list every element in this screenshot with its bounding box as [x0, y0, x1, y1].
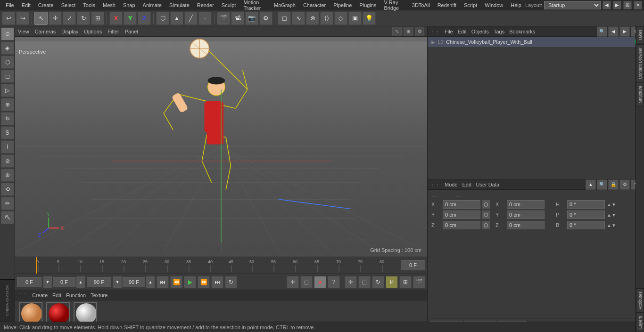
- field-button[interactable]: ◇: [334, 12, 347, 25]
- object-row-1[interactable]: ▶ L0 Chinese_Volleyball_Player_With_Ball: [428, 37, 644, 47]
- obj-menu-bookmarks[interactable]: Bookmarks: [509, 29, 535, 34]
- attr-h-deg-spin[interactable]: ▲▼: [607, 202, 616, 207]
- left-btn-11[interactable]: ⊛: [1, 169, 14, 182]
- timeline-icon-2[interactable]: ◻: [358, 276, 371, 288]
- camera-button[interactable]: ▣: [348, 12, 362, 25]
- mat-menu-edit[interactable]: Edit: [52, 292, 61, 298]
- left-btn-2[interactable]: ◈: [1, 41, 14, 55]
- edge-mode-button[interactable]: ╱: [184, 12, 198, 25]
- timeline-icon-3[interactable]: ↻: [372, 276, 384, 288]
- attr-menu-mode[interactable]: Mode: [445, 182, 458, 187]
- nav-icon-2[interactable]: ▶: [613, 1, 621, 9]
- tab-content-browser[interactable]: Content Browser: [636, 44, 644, 82]
- go-start-button[interactable]: ⏮: [157, 276, 169, 288]
- spline-button[interactable]: ∿: [292, 12, 305, 25]
- go-end-button[interactable]: ⏭: [211, 276, 223, 288]
- ir-button[interactable]: ⚙: [259, 12, 272, 25]
- axis-z-button[interactable]: Z: [138, 12, 151, 25]
- timeline-ruler-area[interactable]: 0 5 10 15 20 25: [15, 257, 427, 274]
- left-btn-10[interactable]: ⊘: [1, 154, 14, 168]
- viewport-icon-settings[interactable]: ⚙: [415, 27, 424, 36]
- step-up-btn[interactable]: ▲: [76, 276, 85, 288]
- play-button[interactable]: ▶: [184, 276, 196, 288]
- menu-3dtoall[interactable]: 3DToAll: [408, 0, 434, 10]
- menu-help[interactable]: Help: [507, 0, 525, 10]
- loop-button[interactable]: ↻: [225, 276, 237, 288]
- viewport-menu-options[interactable]: Options: [84, 29, 102, 34]
- left-btn-1[interactable]: ⊙: [1, 27, 14, 40]
- menu-pipeline[interactable]: Pipeline: [330, 0, 355, 10]
- tab-takes[interactable]: Takes: [636, 26, 644, 44]
- axis-y-button[interactable]: Y: [124, 12, 137, 25]
- attr-icon-4[interactable]: ⚙: [619, 179, 630, 190]
- scale-tool-button[interactable]: ⤢: [63, 12, 76, 25]
- menu-file[interactable]: File: [2, 0, 18, 10]
- cube-button[interactable]: ◻: [278, 12, 291, 25]
- menu-plugins[interactable]: Plugins: [355, 0, 380, 10]
- attr-z-spin[interactable]: ⬡: [482, 221, 490, 229]
- keyframe-add-button[interactable]: ✛: [287, 276, 299, 288]
- attr-p-deg-spin[interactable]: ▲▼: [607, 212, 616, 218]
- attr-icon-1[interactable]: ▲: [586, 179, 596, 190]
- undo-button[interactable]: ↩: [2, 12, 15, 25]
- polygon-mode-button[interactable]: ▲: [170, 12, 183, 25]
- left-btn-14[interactable]: ⛏: [1, 211, 14, 224]
- tab-structure[interactable]: Structure: [636, 82, 644, 106]
- menu-character[interactable]: Character: [299, 0, 330, 10]
- viewport-menu-filter[interactable]: Filter: [107, 29, 119, 34]
- timeline-icon-1[interactable]: ✛: [345, 276, 357, 288]
- attr-b-deg-spin[interactable]: ▲▼: [607, 223, 616, 228]
- transform-tool-button[interactable]: ⊞: [91, 12, 104, 25]
- render-active-button[interactable]: 🎬: [217, 12, 230, 25]
- render-settings-button[interactable]: 📷: [245, 12, 258, 25]
- attr-y-rot[interactable]: [507, 211, 545, 219]
- obj-menu-tags[interactable]: Tags: [494, 29, 504, 34]
- viewport-menu-display[interactable]: Display: [61, 29, 78, 34]
- select-tool-button[interactable]: ↖: [34, 12, 48, 25]
- attr-x-spin[interactable]: ⬡: [482, 200, 490, 209]
- nav-icon-3[interactable]: ⊞: [623, 1, 632, 9]
- attr-x-pos[interactable]: [443, 200, 480, 209]
- attr-y-pos[interactable]: [443, 211, 480, 219]
- nav-icon-4[interactable]: ✕: [634, 1, 642, 9]
- current-start-field[interactable]: [53, 277, 75, 287]
- viewport-menu-panel[interactable]: Panel: [125, 29, 138, 34]
- left-btn-4[interactable]: ◻: [1, 70, 14, 83]
- menu-create[interactable]: Create: [34, 0, 58, 10]
- attr-z-pos[interactable]: [443, 221, 480, 229]
- rotate-tool-button[interactable]: ↻: [77, 12, 90, 25]
- left-btn-13[interactable]: ✏: [1, 197, 14, 210]
- menu-motion-tracker[interactable]: Motion Tracker: [239, 0, 270, 10]
- attr-p-val[interactable]: [567, 211, 605, 219]
- render-viewport-button[interactable]: 📽: [231, 12, 244, 25]
- menu-simulate[interactable]: Simulate: [165, 0, 193, 10]
- menu-mesh[interactable]: Mesh: [99, 0, 119, 10]
- attr-z-rot[interactable]: [507, 221, 545, 229]
- keyframe-record-button[interactable]: ◻: [300, 276, 313, 288]
- point-mode-button[interactable]: ·: [198, 12, 212, 25]
- mat-menu-create[interactable]: Create: [32, 292, 48, 298]
- timeline-icon-5[interactable]: ⊞: [399, 276, 412, 288]
- redo-button[interactable]: ↪: [16, 12, 29, 25]
- obj-expand-icon[interactable]: ◀: [608, 26, 619, 37]
- attr-h-val[interactable]: [567, 200, 605, 209]
- attr-b-val[interactable]: [567, 221, 605, 229]
- left-btn-7[interactable]: ↻: [1, 112, 14, 125]
- deform-button[interactable]: ⟨⟩: [320, 12, 333, 25]
- menu-mograph[interactable]: MoGraph: [270, 0, 299, 10]
- obj-search-icon[interactable]: 🔍: [597, 26, 607, 37]
- menu-script[interactable]: Script: [460, 0, 481, 10]
- light-button[interactable]: 💡: [363, 12, 376, 25]
- obj-menu-edit[interactable]: Edit: [458, 29, 467, 34]
- current-end-field[interactable]: [123, 277, 145, 287]
- timeline-icon-4[interactable]: P: [386, 276, 398, 288]
- obj-collapse-icon[interactable]: ▶: [619, 26, 630, 37]
- step-up-btn2[interactable]: ▲: [146, 276, 155, 288]
- step-back-button[interactable]: ⏪: [170, 276, 182, 288]
- mat-menu-function[interactable]: Function: [66, 292, 86, 298]
- viewport-icon-grid[interactable]: ⊞: [404, 27, 413, 36]
- menu-edit[interactable]: Edit: [18, 0, 34, 10]
- left-btn-5[interactable]: ▷: [1, 84, 14, 97]
- step-down-btn2[interactable]: ▼: [113, 276, 122, 288]
- attr-x-rot[interactable]: [507, 200, 545, 209]
